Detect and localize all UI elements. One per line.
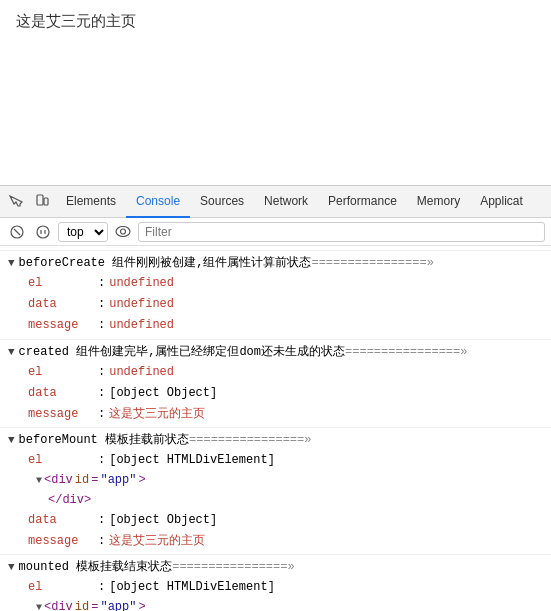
collapse-arrow-created[interactable]: ▼: [8, 344, 15, 361]
tab-memory[interactable]: Memory: [407, 186, 470, 218]
created-body: el : undefined data : [object Object] me…: [0, 362, 551, 426]
log-row: el : [object HTMLDivElement]: [24, 577, 551, 598]
html-arrow[interactable]: ▼: [36, 473, 42, 489]
log-row: data : [object Object]: [24, 510, 551, 531]
log-key-data: data: [28, 511, 98, 530]
html-arrow[interactable]: ▼: [36, 600, 42, 611]
eye-icon[interactable]: [112, 221, 134, 243]
log-val-el: [object HTMLDivElement]: [109, 578, 275, 597]
beforeCreate-eq: ================»: [311, 256, 433, 270]
beforeMount-text: beforeMount 模板挂载前状态: [19, 433, 189, 447]
svg-rect-1: [44, 198, 48, 205]
page-title: 这是艾三元的主页: [16, 12, 535, 31]
html-block-mounted: ▼ <div id="app" > </div>: [24, 598, 551, 611]
log-header-mounted: ▼ mounted 模板挂载结束状态================»: [0, 557, 551, 577]
log-section-beforeMount: ▼ beforeMount 模板挂载前状态================» e…: [0, 427, 551, 554]
tab-sources[interactable]: Sources: [190, 186, 254, 218]
log-key-message: message: [28, 405, 98, 424]
log-row: el : undefined: [24, 362, 551, 383]
mounted-body: el : [object HTMLDivElement] ▼ <div id="…: [0, 577, 551, 611]
log-row: data : undefined: [24, 294, 551, 315]
devtools-tabbar: Elements Console Sources Network Perform…: [0, 186, 551, 218]
log-val-message: 这是艾三元的主页: [109, 532, 205, 551]
log-section-beforeCreate: ▼ beforeCreate 组件刚刚被创建,组件属性计算前状态========…: [0, 250, 551, 339]
collapse-arrow-beforeMount[interactable]: ▼: [8, 432, 15, 449]
log-section-created: ▼ created 组件创建完毕,属性已经绑定但dom还未生成的状态======…: [0, 339, 551, 428]
log-val-el: undefined: [109, 363, 174, 382]
svg-line-3: [14, 229, 20, 235]
log-key-el: el: [28, 578, 98, 597]
log-row: message : 这是艾三元的主页: [24, 404, 551, 425]
svg-rect-0: [37, 195, 43, 205]
log-val-data: undefined: [109, 295, 174, 314]
log-header-created: ▼ created 组件创建完毕,属性已经绑定但dom还未生成的状态======…: [0, 342, 551, 362]
log-val-message: undefined: [109, 316, 174, 335]
log-row: message : 这是艾三元的主页: [24, 531, 551, 552]
stop-icon[interactable]: [32, 221, 54, 243]
collapse-arrow-mounted[interactable]: ▼: [8, 559, 15, 576]
log-key-message: message: [28, 532, 98, 551]
log-key-data: data: [28, 295, 98, 314]
beforeCreate-text: beforeCreate 组件刚刚被创建,组件属性计算前状态: [19, 256, 312, 270]
log-header-beforeCreate: ▼ beforeCreate 组件刚刚被创建,组件属性计算前状态========…: [0, 253, 551, 273]
devtools-panel: Elements Console Sources Network Perform…: [0, 185, 551, 611]
tab-elements[interactable]: Elements: [56, 186, 126, 218]
log-val-message: 这是艾三元的主页: [109, 405, 205, 424]
clear-console-icon[interactable]: [6, 221, 28, 243]
tab-performance[interactable]: Performance: [318, 186, 407, 218]
log-row: el : [object HTMLDivElement]: [24, 450, 551, 471]
created-eq: ================»: [345, 345, 467, 359]
beforeMount-body: el : [object HTMLDivElement] ▼ <div id="…: [0, 450, 551, 552]
mounted-text: mounted 模板挂载结束状态: [19, 560, 173, 574]
log-val-data: [object Object]: [109, 384, 217, 403]
console-toolbar: top: [0, 218, 551, 246]
log-header-beforeMount: ▼ beforeMount 模板挂载前状态================»: [0, 430, 551, 450]
log-val-el: [object HTMLDivElement]: [109, 451, 275, 470]
mounted-eq: ================»: [172, 560, 294, 574]
log-row: message : undefined: [24, 315, 551, 336]
beforeCreate-body: el : undefined data : undefined message …: [0, 273, 551, 337]
beforeMount-eq: ================»: [189, 433, 311, 447]
log-val-el: undefined: [109, 274, 174, 293]
log-section-mounted: ▼ mounted 模板挂载结束状态================» el :…: [0, 554, 551, 611]
context-select[interactable]: top: [58, 222, 108, 242]
collapse-arrow-beforeCreate[interactable]: ▼: [8, 255, 15, 272]
log-key-data: data: [28, 384, 98, 403]
svg-point-4: [37, 226, 49, 238]
console-output: ▼ beforeCreate 组件刚刚被创建,组件属性计算前状态========…: [0, 246, 551, 611]
page-area: 这是艾三元的主页: [0, 0, 551, 185]
tab-network[interactable]: Network: [254, 186, 318, 218]
created-text: created 组件创建完毕,属性已经绑定但dom还未生成的状态: [19, 345, 345, 359]
html-block-beforeMount: ▼ <div id="app" > </div>: [24, 471, 551, 509]
tab-console[interactable]: Console: [126, 186, 190, 218]
svg-point-5: [116, 227, 130, 237]
svg-point-6: [121, 229, 126, 234]
log-key-el: el: [28, 274, 98, 293]
log-key-el: el: [28, 363, 98, 382]
log-val-data: [object Object]: [109, 511, 217, 530]
log-row: el : undefined: [24, 273, 551, 294]
device-icon[interactable]: [30, 190, 54, 214]
filter-input[interactable]: [138, 222, 545, 242]
tab-application[interactable]: Applicat: [470, 186, 533, 218]
log-row: data : [object Object]: [24, 383, 551, 404]
log-key-message: message: [28, 316, 98, 335]
log-key-el: el: [28, 451, 98, 470]
inspect-icon[interactable]: [4, 190, 28, 214]
